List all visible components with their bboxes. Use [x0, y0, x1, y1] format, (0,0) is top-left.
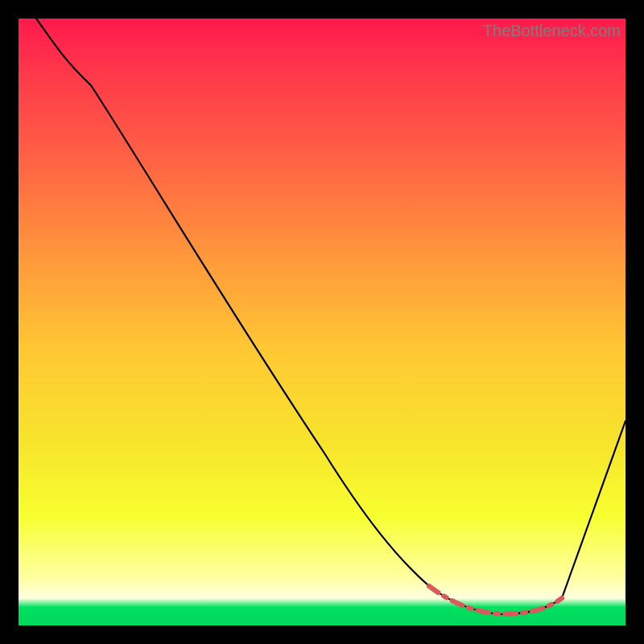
plot-area: TheBottleneck.com	[19, 19, 625, 625]
optimal-range-path	[429, 586, 562, 614]
curve-layer	[19, 19, 625, 625]
bottleneck-curve-path	[36, 19, 625, 614]
chart-frame: TheBottleneck.com	[0, 0, 644, 644]
